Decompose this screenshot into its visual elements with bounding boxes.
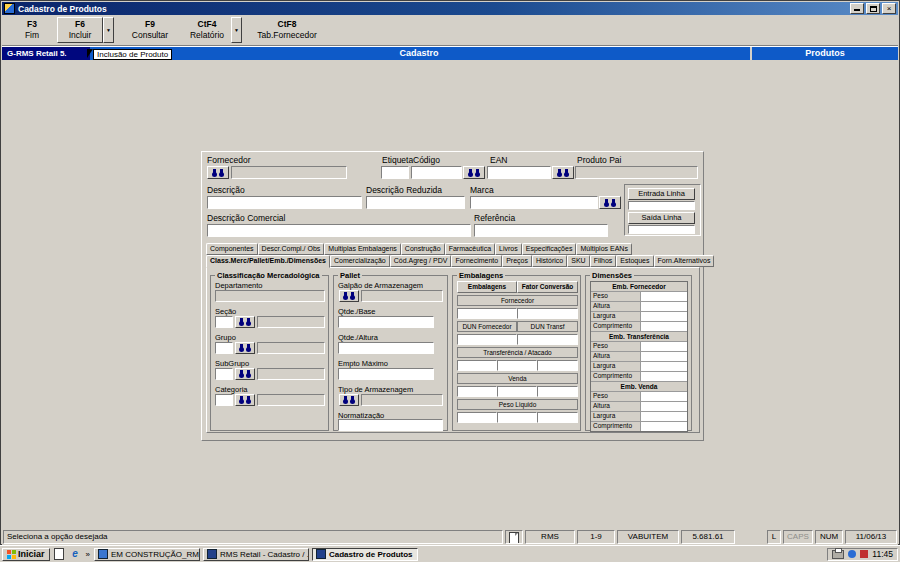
descricao-comercial-field[interactable] (207, 224, 471, 237)
dim-field[interactable] (641, 352, 687, 361)
tab-especificacoes[interactable]: Especificações (522, 243, 577, 255)
venda-field-1[interactable] (457, 386, 497, 397)
relatorio-dropdown-button[interactable]: ▼ (231, 17, 242, 43)
tab-multiplas-embalagens[interactable]: Multiplas Embalagens (324, 243, 400, 255)
dun-fornecedor-field[interactable] (457, 334, 517, 345)
etiqueta-field[interactable] (381, 166, 409, 179)
consultar-button[interactable]: F9 Consultar (124, 17, 176, 43)
tab-sku[interactable]: SKU (567, 255, 589, 267)
tray-icon-2[interactable] (860, 550, 868, 558)
dim-field[interactable] (641, 362, 687, 371)
transferencia-field-3[interactable] (537, 360, 578, 371)
dim-field[interactable] (641, 322, 687, 331)
galpao-search-button[interactable] (339, 290, 359, 302)
incluir-button[interactable]: F6 Incluir (57, 17, 103, 43)
ean-search-button[interactable] (552, 166, 574, 179)
minimize-button[interactable] (850, 3, 864, 14)
codigo-field[interactable] (411, 166, 462, 179)
fornecedor-search-button[interactable] (207, 166, 229, 179)
start-button[interactable]: Iniciar (2, 548, 50, 561)
departamento-field[interactable] (215, 290, 325, 302)
dim-field[interactable] (641, 402, 687, 411)
incluir-dropdown-button[interactable]: ▼ (103, 17, 114, 43)
normatizacao-field[interactable] (338, 419, 443, 431)
tab-comercializacao[interactable]: Comercialização (330, 255, 390, 267)
printer-icon[interactable] (832, 550, 844, 559)
referencia-field[interactable] (474, 224, 608, 237)
grupo-search-button[interactable] (235, 342, 255, 354)
quicklaunch-browser-icon[interactable]: e (69, 548, 82, 561)
transferencia-field-2[interactable] (497, 360, 537, 371)
dim-field[interactable] (641, 302, 687, 311)
tipo-armazenagem-field[interactable] (361, 394, 443, 406)
dim-field[interactable] (641, 412, 687, 421)
tab-cod-agreg-pdv[interactable]: Cód.Agreg / PDV (390, 255, 452, 267)
dim-field[interactable] (641, 392, 687, 401)
subgrupo-desc-field[interactable] (257, 368, 325, 380)
transferencia-field-1[interactable] (457, 360, 497, 371)
peso-liquido-field-1[interactable] (457, 412, 497, 423)
tab-descr-compl-obs[interactable]: Descr.Compl./ Obs (258, 243, 325, 255)
fornecedor-field[interactable] (231, 166, 347, 179)
fornecedor-fator-field[interactable] (517, 308, 578, 319)
descricao-field[interactable] (207, 196, 362, 209)
fornecedor-embalagem-field[interactable] (457, 308, 517, 319)
tab-estoques[interactable]: Estoques (616, 255, 653, 267)
codigo-search-button[interactable] (463, 166, 485, 179)
entrada-linha-field[interactable] (628, 201, 695, 210)
categoria-code-field[interactable] (215, 394, 233, 406)
close-button[interactable]: × (882, 3, 896, 14)
peso-liquido-field-3[interactable] (537, 412, 578, 423)
tab-forn-alternativos[interactable]: Forn.Alternativos (654, 255, 715, 267)
quicklaunch-document-icon[interactable] (53, 548, 66, 561)
tab-farmaceutica[interactable]: Farmacêutica (445, 243, 495, 255)
saida-linha-field[interactable] (628, 225, 695, 234)
tab-construcao[interactable]: Construção (401, 243, 445, 255)
quicklaunch-overflow-chevron[interactable]: » (85, 550, 91, 559)
subgrupo-code-field[interactable] (215, 368, 233, 380)
entrada-linha-button[interactable]: Entrada Linha (628, 188, 695, 200)
venda-field-3[interactable] (537, 386, 578, 397)
tab-componentes[interactable]: Componentes (206, 243, 258, 255)
produto-pai-field[interactable] (575, 166, 698, 179)
dim-field[interactable] (641, 312, 687, 321)
tab-filhos[interactable]: Filhos (590, 255, 617, 267)
dim-field[interactable] (641, 292, 687, 301)
tab-precos[interactable]: Preços (502, 255, 532, 267)
relatorio-button[interactable]: CtF4 Relatório (183, 17, 231, 43)
tab-multiplos-eans[interactable]: Múltiplos EANs (576, 243, 631, 255)
task-button-1[interactable]: EM CONSTRUÇÃO_RMS ... (94, 548, 200, 561)
secao-search-button[interactable] (235, 316, 255, 328)
grupo-desc-field[interactable] (257, 342, 325, 354)
descricao-reduzida-field[interactable] (366, 196, 465, 209)
fim-button[interactable]: F3 Fim (12, 17, 52, 43)
dim-field[interactable] (641, 422, 687, 431)
tab-fornecedor-button[interactable]: CtF8 Tab.Fornecedor (250, 17, 324, 43)
tray-icon-1[interactable] (848, 550, 856, 558)
tab-historico[interactable]: Histórico (532, 255, 567, 267)
galpao-field[interactable] (361, 290, 443, 302)
venda-field-2[interactable] (497, 386, 537, 397)
dim-field[interactable] (641, 372, 687, 381)
ean-field[interactable] (487, 166, 551, 179)
grupo-code-field[interactable] (215, 342, 233, 354)
secao-desc-field[interactable] (257, 316, 325, 328)
empto-maximo-field[interactable] (338, 368, 434, 380)
saida-linha-button[interactable]: Saída Linha (628, 212, 695, 224)
subgrupo-search-button[interactable] (235, 368, 255, 380)
qtde-altura-field[interactable] (338, 342, 434, 354)
secao-code-field[interactable] (215, 316, 233, 328)
tab-livros[interactable]: Livros (495, 243, 522, 255)
task-button-3-active[interactable]: Cadastro de Produtos (312, 548, 418, 561)
tab-fornecimento[interactable]: Fornecimento (451, 255, 502, 267)
task-button-2[interactable]: RMS Retail - Cadastro / ... (203, 548, 309, 561)
categoria-search-button[interactable] (235, 394, 255, 406)
maximize-button[interactable] (866, 3, 880, 14)
peso-liquido-field-2[interactable] (497, 412, 537, 423)
tipo-armazenagem-search-button[interactable] (339, 394, 359, 406)
dim-field[interactable] (641, 342, 687, 351)
qtde-base-field[interactable] (338, 316, 434, 328)
marca-search-button[interactable] (599, 196, 621, 209)
tab-class-merc-pallet-emb-dimensoes[interactable]: Class.Merc/Pallet/Emb./Dimensões (206, 255, 330, 268)
marca-field[interactable] (470, 196, 598, 209)
